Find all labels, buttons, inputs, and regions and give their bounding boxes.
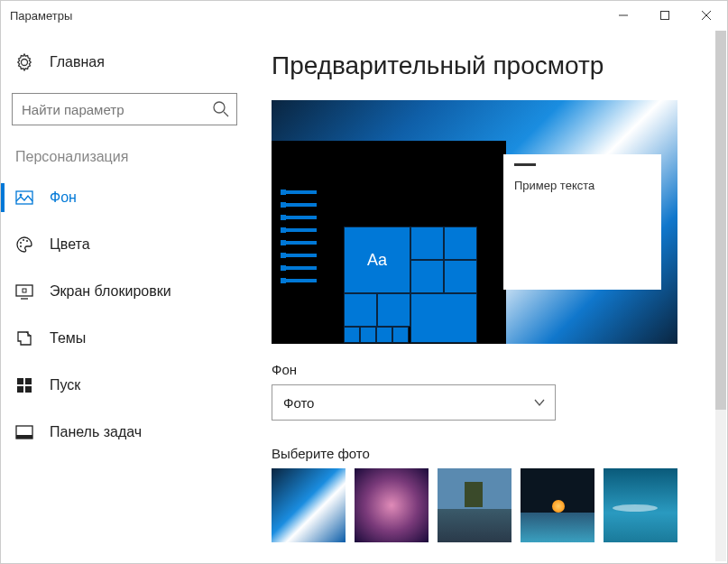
sidebar-item-label: Цвета (50, 236, 90, 253)
settings-window: Параметры Главная (0, 0, 728, 564)
sidebar-item-label: Фон (50, 190, 77, 206)
search-input[interactable] (12, 93, 237, 125)
preview-tiles: Aa (344, 227, 484, 343)
svg-rect-13 (25, 386, 32, 393)
svg-rect-10 (17, 378, 23, 384)
preview-sample-text: Пример текста (514, 179, 650, 192)
preview-tile-aa: Aa (344, 227, 410, 293)
taskbar-icon (15, 423, 33, 441)
background-label: Фон (272, 362, 709, 377)
main-content: Предварительный просмотр Aa (253, 30, 727, 563)
photo-thumbnails (272, 468, 709, 542)
palette-icon (15, 236, 33, 254)
start-icon (15, 376, 33, 394)
gear-icon (15, 53, 33, 71)
photo-thumb-4[interactable] (521, 468, 594, 542)
sidebar-item-taskbar[interactable]: Панель задач (1, 409, 253, 456)
svg-rect-15 (16, 435, 32, 439)
sidebar-item-themes[interactable]: Темы (1, 315, 253, 362)
home-link[interactable]: Главная (1, 42, 253, 82)
window-title: Параметры (10, 9, 72, 23)
svg-point-7 (20, 245, 22, 247)
svg-point-4 (20, 242, 22, 244)
svg-rect-0 (661, 12, 669, 20)
photo-thumb-2[interactable] (355, 468, 429, 542)
svg-point-3 (20, 194, 23, 197)
minimize-button[interactable] (603, 1, 644, 30)
photo-thumb-5[interactable] (604, 468, 677, 542)
sidebar-item-lockscreen[interactable]: Экран блокировки (1, 268, 253, 315)
close-button[interactable] (686, 1, 727, 30)
sidebar: Главная Персонализация Фон (1, 30, 253, 563)
sidebar-item-label: Панель задач (50, 424, 142, 440)
sidebar-item-colors[interactable]: Цвета (1, 221, 253, 268)
sidebar-item-label: Экран блокировки (50, 283, 171, 300)
sidebar-item-label: Пуск (50, 377, 80, 393)
preview-applist (281, 190, 317, 291)
preview-sample-window: Пример текста (503, 154, 661, 290)
search-icon (212, 100, 230, 118)
choose-photo-label: Выберите фото (272, 446, 709, 461)
svg-rect-9 (23, 289, 26, 292)
search-box[interactable] (12, 93, 237, 125)
sidebar-item-background[interactable]: Фон (1, 174, 253, 221)
svg-rect-8 (16, 285, 32, 296)
sidebar-item-start[interactable]: Пуск (1, 362, 253, 409)
svg-point-1 (214, 102, 225, 113)
page-title: Предварительный просмотр (272, 51, 709, 80)
background-select[interactable]: Фото (272, 384, 556, 421)
desktop-preview: Aa (272, 100, 677, 344)
svg-rect-12 (17, 386, 23, 393)
titlebar: Параметры (1, 1, 727, 30)
home-label: Главная (50, 54, 105, 70)
photo-thumb-1[interactable] (272, 468, 346, 542)
lock-screen-icon (15, 282, 33, 300)
svg-rect-11 (25, 378, 32, 384)
preview-start-panel: Aa (272, 141, 506, 344)
background-select-value: Фото (283, 395, 314, 411)
sidebar-item-label: Темы (50, 330, 86, 347)
svg-point-5 (23, 239, 24, 241)
section-label: Персонализация (1, 125, 253, 174)
svg-point-6 (26, 240, 28, 242)
maximize-button[interactable] (644, 1, 686, 30)
photo-thumb-3[interactable] (438, 468, 511, 542)
themes-icon (15, 329, 33, 347)
chevron-down-icon (533, 396, 546, 409)
image-icon (15, 189, 33, 207)
